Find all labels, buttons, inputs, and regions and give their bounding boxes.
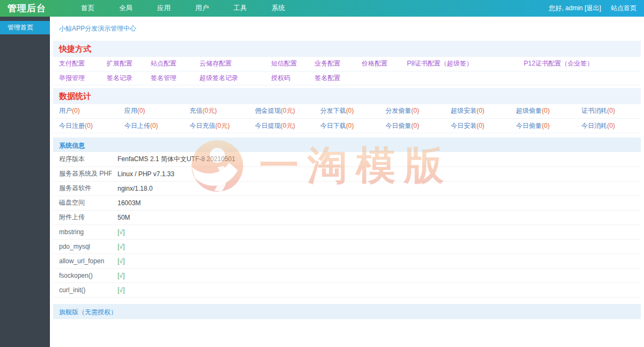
stat-super-stolen: 超级偷量(0) <box>510 104 576 119</box>
quick-link-business-config[interactable]: 业务配置 <box>314 60 340 67</box>
quick-link-payment-config[interactable]: 支付配置 <box>59 60 85 67</box>
system-info-title-link[interactable]: 系统信息 <box>59 142 85 149</box>
system-info-table: 程序版本 FenfaCMS 2.1 简体中文UTF-8 20210501 服务器… <box>53 152 641 298</box>
quick-link-p8-cert-config[interactable]: P8证书配置（超级签） <box>407 60 473 67</box>
stat-recharge: 充值(0元) <box>184 104 249 119</box>
main-content: 小鲸APP分发演示管理中心 快捷方式 支付配置 扩展配置 站点配置 云储存配置 … <box>50 17 644 347</box>
check-icon: [√] <box>112 254 641 268</box>
nav-tools[interactable]: 工具 <box>221 0 259 17</box>
system-info-header: 系统信息 <box>53 138 641 152</box>
stat-today-download: 今日下载(0) <box>314 119 380 133</box>
sys-label-mbstring: mbstring <box>53 225 112 239</box>
stat-dist-stolen: 分发偷量(0) <box>379 104 445 119</box>
table-row: allow_url_fopen [√] <box>53 254 641 268</box>
quick-section-title: 快捷方式 <box>53 41 641 57</box>
app-title: 管理后台 <box>0 2 54 15</box>
quick-link-price-config[interactable]: 价格配置 <box>362 60 387 67</box>
quick-link-sign-manage[interactable]: 签名管理 <box>151 74 177 82</box>
sys-label-program-version: 程序版本 <box>53 152 112 167</box>
table-row: 服务器系统及 PHP Linux / PHP v7.1.33 <box>53 167 641 181</box>
stat-dist-downloads: 分发下载(0) <box>314 104 380 119</box>
quick-link-cloud-storage-config[interactable]: 云储存配置 <box>200 60 232 67</box>
topbar-right: 您好, admin [退出] 站点首页 <box>549 4 644 13</box>
stat-today-upload: 今日上传(0) <box>119 119 184 133</box>
quick-links-table: 支付配置 扩展配置 站点配置 云储存配置 短信配置 业务配置 价格配置 P8证书… <box>53 57 641 85</box>
quick-link-extension-config[interactable]: 扩展配置 <box>107 60 133 67</box>
sys-label-allow-url-fopen: allow_url_fopen <box>53 254 112 268</box>
stat-today-withdraw: 今日提现(0元) <box>249 119 314 133</box>
breadcrumb: 小鲸APP分发演示管理中心 <box>53 17 641 39</box>
stat-today-usage: 今日消耗(0) <box>575 119 641 133</box>
stat-cert-usage: 证书消耗(0) <box>575 104 641 119</box>
sys-label-server-software: 服务器软件 <box>53 181 112 196</box>
nav-global[interactable]: 全局 <box>107 0 145 17</box>
stat-today-install: 今日安装(0) <box>445 119 510 133</box>
stats-row-total: 用户(0) 应用(0) 充值(0元) 佣金提现(0元) 分发下载(0) 分发偷量… <box>53 104 641 119</box>
quick-link-report-manage[interactable]: 举报管理 <box>59 74 85 82</box>
quick-links-row-2: 举报管理 签名记录 签名管理 超级签名记录 授权码 签名配置 <box>53 71 641 85</box>
user-greeting-logout-link[interactable]: 您好, admin [退出] <box>549 4 601 13</box>
stat-super-installs: 超级安装(0) <box>445 104 510 119</box>
stats-table: 用户(0) 应用(0) 充值(0元) 佣金提现(0元) 分发下载(0) 分发偷量… <box>53 104 641 134</box>
stat-today-recharge: 今日充值(0元) <box>184 119 249 133</box>
system-info-section: 系统信息 程序版本 FenfaCMS 2.1 简体中文UTF-8 2021050… <box>53 138 641 298</box>
quick-link-site-config[interactable]: 站点配置 <box>151 60 177 67</box>
sys-label-fsockopen: fsockopen() <box>53 268 112 283</box>
table-row: mbstring [√] <box>53 225 641 239</box>
stats-row-today: 今日注册(0) 今日上传(0) 今日充值(0元) 今日提现(0元) 今日下载(0… <box>53 119 641 133</box>
top-nav: 首页 全局 应用 用户 工具 系统 <box>69 0 297 17</box>
table-row: pdo_mysql [√] <box>53 239 641 254</box>
quick-links-row-1: 支付配置 扩展配置 站点配置 云储存配置 短信配置 业务配置 价格配置 P8证书… <box>53 57 641 71</box>
nav-apps[interactable]: 应用 <box>145 0 183 17</box>
table-row: curl_init() [√] <box>53 283 641 297</box>
stats-section-title: 数据统计 <box>53 88 641 104</box>
nav-system[interactable]: 系统 <box>259 0 297 17</box>
sys-value-disk-space: 16003M <box>112 196 641 210</box>
quick-link-super-sign-records[interactable]: 超级签名记录 <box>200 74 238 82</box>
sys-value-program-version: FenfaCMS 2.1 简体中文UTF-8 20210501 <box>112 152 641 167</box>
quick-link-sign-records[interactable]: 签名记录 <box>107 74 133 82</box>
sys-value-server-os-php: Linux / PHP v7.1.33 <box>112 167 641 181</box>
table-row: 附件上传 50M <box>53 210 641 225</box>
table-row: 磁盘空间 16003M <box>53 196 641 210</box>
nav-home[interactable]: 首页 <box>69 0 107 17</box>
sys-value-server-software: nginx/1.18.0 <box>112 181 641 196</box>
quick-link-sms-config[interactable]: 短信配置 <box>271 60 297 67</box>
table-row: 程序版本 FenfaCMS 2.1 简体中文UTF-8 20210501 <box>53 152 641 167</box>
nav-users[interactable]: 用户 <box>183 0 221 17</box>
sidebar-item-admin-home[interactable]: 管理首页 <box>0 21 50 34</box>
table-row: 服务器软件 nginx/1.18.0 <box>53 181 641 196</box>
stat-commission-withdraw: 佣金提现(0元) <box>249 104 314 119</box>
sidebar: 管理首页 <box>0 17 50 347</box>
quick-link-p12-cert-config[interactable]: P12证书配置（企业签） <box>524 60 593 67</box>
site-home-link[interactable]: 站点首页 <box>611 4 636 13</box>
table-row: fsockopen() [√] <box>53 268 641 283</box>
stat-apps: 应用(0) <box>119 104 184 119</box>
stat-today-stolen: 今日偷量(0) <box>379 119 445 133</box>
edition-footer: 旗舰版（无需授权） <box>53 304 641 319</box>
check-icon: [√] <box>112 283 641 297</box>
sys-label-pdo-mysql: pdo_mysql <box>53 239 112 254</box>
quick-link-auth-code[interactable]: 授权码 <box>271 74 290 82</box>
stat-today-register: 今日注册(0) <box>53 119 119 133</box>
sys-label-curl-init: curl_init() <box>53 283 112 297</box>
sys-value-upload-limit: 50M <box>112 210 641 225</box>
sys-label-disk-space: 磁盘空间 <box>53 196 112 210</box>
sys-label-server-os-php: 服务器系统及 PHP <box>53 167 112 181</box>
topbar: 管理后台 首页 全局 应用 用户 工具 系统 您好, admin [退出] 站点… <box>0 0 644 17</box>
sys-label-upload-limit: 附件上传 <box>53 210 112 225</box>
quick-link-sign-config[interactable]: 签名配置 <box>314 74 340 82</box>
stat-users: 用户(0) <box>53 104 119 119</box>
edition-link[interactable]: 旗舰版（无需授权） <box>59 308 117 316</box>
check-icon: [√] <box>112 268 641 283</box>
breadcrumb-link[interactable]: 小鲸APP分发演示管理中心 <box>59 25 136 32</box>
check-icon: [√] <box>112 239 641 254</box>
check-icon: [√] <box>112 225 641 239</box>
stat-today-stolen-2: 今日偷量(0) <box>510 119 576 133</box>
